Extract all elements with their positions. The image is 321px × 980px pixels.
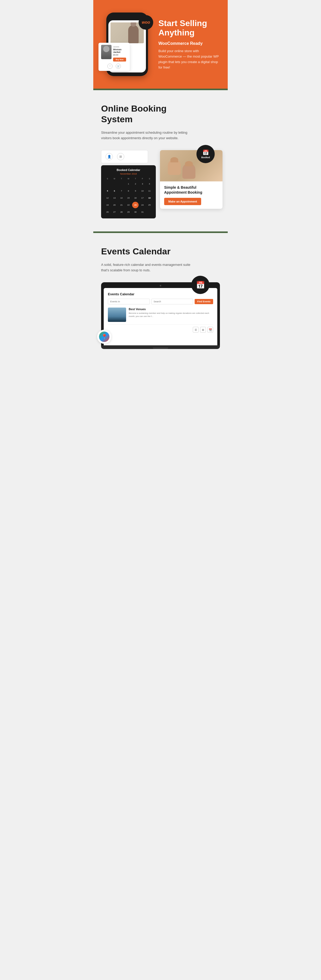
product-name: Woman Jacket <box>113 48 127 53</box>
cal-day-21[interactable]: 21 <box>118 202 125 208</box>
find-events-button[interactable]: Find Events <box>195 299 213 304</box>
cal-day-empty4 <box>146 209 153 215</box>
cal-day-30[interactable]: 30 <box>132 209 138 215</box>
woo-section: woo Jackets Woman Jacket £8.00 Buy Now ♡… <box>93 0 228 89</box>
cal-day-19[interactable]: 19 <box>104 202 111 208</box>
cal-day-11[interactable]: 11 <box>146 188 153 194</box>
heart-icon[interactable]: ♡ <box>107 64 113 69</box>
cart-icon[interactable]: 🛒 <box>116 64 121 69</box>
woo-badge-text: woo <box>142 20 150 25</box>
list-view-icon[interactable]: ☰ <box>193 327 199 332</box>
cal-header-s1: S <box>104 177 111 180</box>
cal-day-14[interactable]: 14 <box>118 195 125 201</box>
cal-day-23[interactable]: 23 <box>132 202 138 208</box>
cal-header-w: W <box>126 177 132 180</box>
booking-card-title: Simple & Beautiful Appointment Booking <box>164 185 218 194</box>
maps-icon: 📍 <box>99 331 110 342</box>
booked-badge-label: Booked <box>201 156 210 159</box>
calendar-grid: S M T W T F S 1 2 3 4 5 6 <box>104 177 153 215</box>
laptop-base <box>101 345 220 349</box>
booking-icons-bar: 👤 ⊞ <box>101 150 148 163</box>
cal-day-8[interactable]: 8 <box>126 188 132 194</box>
woo-text-section: Start Selling Anything WooCommerce Ready… <box>159 19 220 70</box>
cal-day-17[interactable]: 17 <box>139 195 146 201</box>
product-label: Jackets <box>113 46 127 48</box>
cal-day-13[interactable]: 13 <box>111 195 118 201</box>
product-card-overlay: Jackets Woman Jacket £8.00 Buy Now ♡ 🛒 <box>99 43 130 71</box>
cal-day-4[interactable]: 4 <box>146 181 153 187</box>
booking-left: 👤 ⊞ Booked Calendar November 2018 S M T … <box>101 150 156 218</box>
cal-header-m: M <box>111 177 118 180</box>
calendar-month: November 2018 <box>104 173 153 175</box>
event-thumbnail <box>108 307 126 322</box>
calendar-view-icon[interactable]: 📆 <box>207 327 213 332</box>
events-search-input[interactable] <box>151 299 193 304</box>
events-app: Events Calendar Find Events Best Venues <box>104 288 217 337</box>
cal-day-18[interactable]: 18 <box>146 195 153 201</box>
laptop-screen: Events Calendar Find Events Best Venues <box>104 288 217 345</box>
cal-day-10[interactable]: 10 <box>139 188 146 194</box>
booking-card-content: Simple & Beautiful Appointment Booking M… <box>160 181 222 208</box>
phone-action-bar: ♡ 🛒 <box>101 64 127 69</box>
events-title: Events Calendar <box>101 246 220 257</box>
events-in-input[interactable] <box>108 299 150 304</box>
grid-icon[interactable]: ⊞ <box>117 153 124 160</box>
cal-day-empty1 <box>104 181 111 187</box>
cal-day-26[interactable]: 26 <box>104 209 111 215</box>
phone-notch <box>121 16 133 19</box>
cal-day-29[interactable]: 29 <box>126 209 132 215</box>
events-calendar-icon: 📅 <box>196 281 205 289</box>
event-description: Become a sustaining member and help us m… <box>129 312 213 317</box>
cal-header-t2: T <box>132 177 138 180</box>
booking-title: Online Booking System <box>101 103 220 124</box>
cal-day-16[interactable]: 16 <box>132 195 138 201</box>
cal-day-25[interactable]: 25 <box>146 202 153 208</box>
cal-day-31[interactable]: 31 <box>139 209 146 215</box>
screen-person-figure <box>128 25 138 43</box>
events-search-bar: Find Events <box>108 299 213 304</box>
calendar-icon: 📅 <box>202 150 209 156</box>
woo-description: Build your online store with WooCommerce… <box>159 48 220 70</box>
person-product-image <box>101 45 111 59</box>
cal-day-1[interactable]: 1 <box>126 181 132 187</box>
calendar-title: Booked Calendar <box>104 169 153 172</box>
cal-day-15[interactable]: 15 <box>126 195 132 201</box>
events-view-icons: ☰ ⊞ 📆 <box>108 325 213 332</box>
woo-badge: woo <box>138 15 153 30</box>
cal-day-6[interactable]: 6 <box>111 188 118 194</box>
maps-pin-icon: 📍 <box>101 334 108 340</box>
events-listing: Best Venues Become a sustaining member a… <box>108 307 213 322</box>
booking-section: Online Booking System Streamline your ap… <box>93 90 228 231</box>
cal-header-s2: S <box>146 177 153 180</box>
cal-day-27[interactable]: 27 <box>111 209 118 215</box>
cal-day-28[interactable]: 28 <box>118 209 125 215</box>
user-icon[interactable]: 👤 <box>105 153 113 160</box>
cal-day-20[interactable]: 20 <box>111 202 118 208</box>
make-appointment-button[interactable]: Make an Appoinment <box>164 198 201 205</box>
events-section: Events Calendar A solid, feature-rich ca… <box>93 233 228 362</box>
cal-day-2[interactable]: 2 <box>132 181 138 187</box>
booking-description: Streamline your appointment scheduling r… <box>101 130 195 141</box>
calendar-widget: Booked Calendar November 2018 S M T W T … <box>101 165 156 218</box>
booked-badge: 📅 Booked <box>197 145 215 163</box>
grid-view-icon[interactable]: ⊞ <box>200 327 206 332</box>
hand-shape-1 <box>168 159 181 175</box>
booking-demo: 👤 ⊞ Booked Calendar November 2018 S M T … <box>101 150 220 218</box>
hands-visual <box>168 159 195 179</box>
cal-day-12[interactable]: 12 <box>104 195 111 201</box>
cal-day-7[interactable]: 7 <box>118 188 125 194</box>
cal-day-5[interactable]: 5 <box>104 188 111 194</box>
booking-right: 📅 Booked Simple & Beautiful Appointment … <box>160 150 222 208</box>
cal-day-22[interactable]: 22 <box>126 202 132 208</box>
events-description: A solid, feature-rich calendar and event… <box>101 262 195 273</box>
buy-now-button[interactable]: Buy Now <box>113 57 126 62</box>
laptop-camera <box>160 285 161 286</box>
woo-subtitle: WooCommerce Ready <box>159 41 220 46</box>
events-calendar-badge: 📅 <box>191 276 210 294</box>
cal-day-24[interactable]: 24 <box>139 202 146 208</box>
cal-day-9[interactable]: 9 <box>132 188 138 194</box>
cal-header-f: F <box>139 177 146 180</box>
event-info: Best Venues Become a sustaining member a… <box>129 307 213 317</box>
cal-day-3[interactable]: 3 <box>139 181 146 187</box>
phone-mockup: woo Jackets Woman Jacket £8.00 Buy Now ♡… <box>101 13 153 76</box>
